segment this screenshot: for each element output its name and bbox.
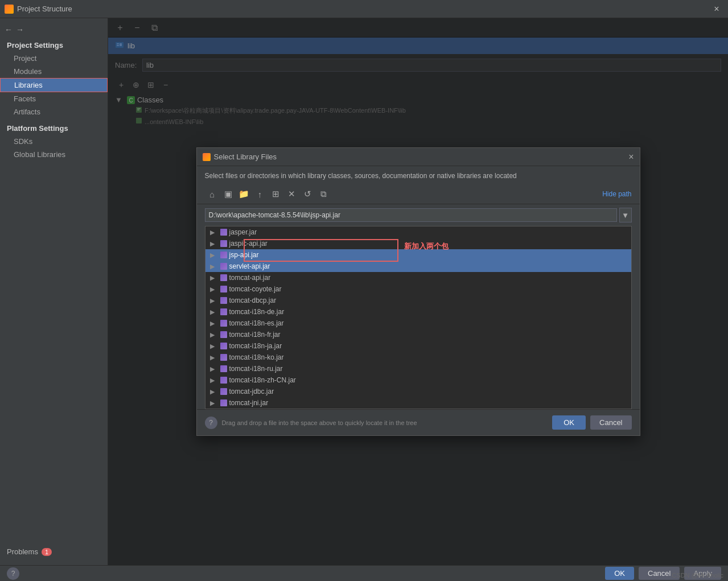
tree-item-tomcat-i18n-ko[interactable]: ▶ tomcat-i18n-ko.jar bbox=[205, 352, 631, 363]
jar-icon bbox=[220, 388, 227, 395]
dialog-title-text: Select Library Files bbox=[214, 153, 277, 161]
jar-icon bbox=[220, 308, 227, 315]
expand-icon: ▶ bbox=[210, 320, 218, 327]
refresh-button[interactable]: ↺ bbox=[301, 187, 315, 201]
expand-icon: ▶ bbox=[210, 274, 218, 282]
project-settings-header: Project Settings bbox=[0, 36, 108, 52]
tree-item-jasper[interactable]: ▶ jasper.jar bbox=[205, 226, 631, 238]
expand-icon: ▶ bbox=[210, 286, 218, 293]
dialog-footer: ? Drag and drop a file into the space ab… bbox=[197, 409, 640, 435]
sidebar-item-artifacts[interactable]: Artifacts bbox=[0, 105, 108, 118]
content-area: ← → Project Settings Project Modules Lib… bbox=[0, 18, 728, 565]
sidebar-item-project[interactable]: Project bbox=[0, 52, 108, 65]
expand-icon: ▶ bbox=[210, 263, 218, 270]
close-button[interactable]: × bbox=[710, 2, 723, 16]
tree-item-tomcat-coyote[interactable]: ▶ tomcat-coyote.jar bbox=[205, 283, 631, 295]
jar-icon bbox=[220, 320, 227, 327]
home-button[interactable]: ⌂ bbox=[205, 187, 220, 201]
new-folder-button[interactable]: 📁 bbox=[237, 187, 252, 201]
path-dropdown-button[interactable]: ▼ bbox=[619, 208, 632, 222]
jar-icon bbox=[220, 229, 227, 236]
tree-item-jaspic-api[interactable]: ▶ jaspic-api.jar bbox=[205, 238, 631, 249]
expand-icon: ▶ bbox=[210, 240, 218, 248]
jar-icon bbox=[220, 377, 227, 384]
problems-badge: 1 bbox=[42, 548, 52, 556]
up-folder-button[interactable]: ↑ bbox=[253, 187, 268, 201]
sidebar-item-modules[interactable]: Modules bbox=[0, 65, 108, 78]
expand-icon: ▶ bbox=[210, 388, 218, 395]
title-bar: Project Structure × bbox=[0, 0, 728, 18]
expand-icon: ▶ bbox=[210, 252, 218, 259]
expand-icon: ▶ bbox=[210, 399, 218, 407]
problems-label: Problems bbox=[7, 547, 38, 556]
tree-item-tomcat-i18n-ru[interactable]: ▶ tomcat-i18n-ru.jar bbox=[205, 363, 631, 374]
platform-settings-header: Platform Settings bbox=[0, 118, 108, 135]
dialog-buttons: OK Cancel bbox=[552, 415, 631, 430]
jar-icon bbox=[220, 354, 227, 361]
dialog-help-button[interactable]: ? bbox=[205, 417, 217, 429]
tree-item-tomcat-i18n-de[interactable]: ▶ tomcat-i18n-de.jar bbox=[205, 306, 631, 318]
sidebar-item-libraries[interactable]: Libraries bbox=[0, 78, 108, 92]
jar-icon bbox=[220, 263, 227, 270]
tree-item-tomcat-i18n-fr[interactable]: ▶ tomcat-i18n-fr.jar bbox=[205, 329, 631, 340]
dialog-close-button[interactable]: × bbox=[628, 152, 634, 162]
dialog-app-icon bbox=[203, 153, 211, 161]
problems-section[interactable]: Problems 1 bbox=[0, 543, 108, 561]
copy-path-button[interactable]: ⧉ bbox=[316, 187, 331, 201]
expand-icon: ▶ bbox=[210, 308, 218, 316]
path-row: ▼ bbox=[197, 204, 640, 226]
tree-item-tomcat-i18n-ja[interactable]: ▶ tomcat-i18n-ja.jar bbox=[205, 340, 631, 352]
expand-tree-button[interactable]: ⊞ bbox=[269, 187, 283, 201]
dialog-cancel-button[interactable]: Cancel bbox=[590, 415, 631, 430]
jar-icon bbox=[220, 252, 227, 258]
dialog-ok-button[interactable]: OK bbox=[552, 415, 586, 430]
drag-hint: Drag and drop a file into the space abov… bbox=[222, 419, 417, 426]
jar-icon bbox=[220, 365, 227, 372]
expand-icon: ▶ bbox=[210, 343, 218, 350]
expand-icon: ▶ bbox=[210, 377, 218, 384]
nav-arrows: ← → bbox=[0, 23, 108, 36]
sidebar-item-facets[interactable]: Facets bbox=[0, 92, 108, 105]
tree-item-tomcat-dbcp[interactable]: ▶ tomcat-dbcp.jar bbox=[205, 295, 631, 306]
sidebar-item-sdks[interactable]: SDKs bbox=[0, 135, 108, 148]
jar-icon bbox=[220, 343, 227, 349]
sidebar: ← → Project Settings Project Modules Lib… bbox=[0, 18, 108, 565]
expand-icon: ▶ bbox=[210, 365, 218, 373]
sidebar-item-global-libraries[interactable]: Global Libraries bbox=[0, 148, 108, 161]
tree-item-tomcat-api[interactable]: ▶ tomcat-api.jar bbox=[205, 272, 631, 283]
desktop-button[interactable]: ▣ bbox=[221, 187, 236, 201]
jar-icon bbox=[220, 331, 227, 338]
modal-overlay: 新加入两个包 Select Library Files × Select fi bbox=[108, 18, 728, 565]
back-button[interactable]: ← bbox=[5, 25, 13, 34]
tree-item-jsp-api[interactable]: ▶ jsp-api.jar bbox=[205, 249, 631, 261]
tree-item-tomcat-i18n-es[interactable]: ▶ tomcat-i18n-es.jar bbox=[205, 318, 631, 329]
dialog-title-left: Select Library Files bbox=[203, 153, 277, 161]
main-panel: + − ⧉ lib Name: bbox=[108, 18, 728, 565]
main-help-button[interactable]: ? bbox=[7, 567, 19, 580]
select-library-dialog: Select Library Files × Select files or d… bbox=[196, 147, 640, 436]
hide-path-link[interactable]: Hide path bbox=[602, 190, 631, 198]
title-bar-left: Project Structure bbox=[5, 5, 72, 14]
main-ok-button[interactable]: OK bbox=[605, 567, 634, 580]
jar-icon bbox=[220, 286, 227, 292]
tree-item-servlet-api[interactable]: ▶ servlet-api.jar bbox=[205, 261, 631, 272]
window-title: Project Structure bbox=[17, 5, 72, 13]
tree-item-tomcat-i18n-zh-CN[interactable]: ▶ tomcat-i18n-zh-CN.jar bbox=[205, 374, 631, 386]
expand-icon: ▶ bbox=[210, 297, 218, 304]
tree-item-tomcat-jdbc[interactable]: ▶ tomcat-jdbc.jar bbox=[205, 386, 631, 397]
jar-icon bbox=[220, 297, 227, 304]
delete-button[interactable]: ✕ bbox=[285, 187, 299, 201]
forward-button[interactable]: → bbox=[16, 25, 24, 34]
main-window: Project Structure × ← → Project Settings… bbox=[0, 0, 728, 581]
bottom-bar: ? OK Cancel Apply bbox=[0, 565, 728, 581]
watermark: CSDN @Mr.Aholic bbox=[672, 572, 723, 579]
file-tree[interactable]: ▶ jasper.jar ▶ jaspic-api.jar ▶ j bbox=[205, 226, 632, 409]
jar-icon bbox=[220, 274, 227, 281]
tree-item-tomcat-jni[interactable]: ▶ tomcat-jni.jar bbox=[205, 397, 631, 409]
dialog-subtitle: Select files or directories in which lib… bbox=[197, 166, 640, 184]
path-input[interactable] bbox=[205, 208, 617, 222]
expand-icon: ▶ bbox=[210, 229, 218, 236]
expand-icon: ▶ bbox=[210, 354, 218, 361]
dialog-title-bar: Select Library Files × bbox=[197, 148, 640, 166]
jar-icon bbox=[220, 399, 227, 406]
